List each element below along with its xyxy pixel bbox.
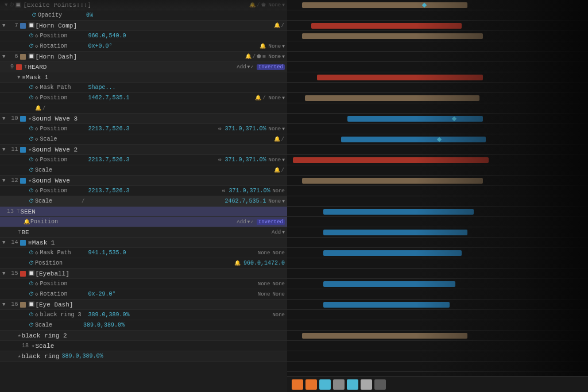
be-row[interactable]: T BE Add ▼ [0, 227, 287, 238]
stopwatch-icon[interactable]: ⏱ [29, 157, 34, 163]
layer-row-9[interactable]: 9 T HEARD Add ▼ ✓ Inverted [0, 62, 287, 72]
stopwatch-icon[interactable]: ⏱ [29, 95, 34, 101]
dropdown-arrow[interactable]: ▼ [282, 157, 285, 162]
dropdown-arrow[interactable]: ▼ [282, 44, 285, 49]
keyframe-icon: ◇ [35, 95, 38, 101]
expand-arrow[interactable]: ▼ [2, 116, 5, 122]
toolbar-icon-7[interactable] [374, 379, 386, 390]
property-row-pos-14: ⏱ Position 🔔 960.0,1472.0 [0, 258, 287, 269]
expand-arrow[interactable]: ▼ [5, 2, 7, 8]
layer-row-14[interactable]: ▼ 14 ▣ Mask 1 [0, 238, 287, 248]
none-badge: None [269, 157, 281, 163]
dropdown-arrow[interactable]: ▼ [247, 219, 250, 224]
dropdown-arrow[interactable]: ▼ [282, 2, 285, 7]
keyframe-icon: ◇ [35, 291, 38, 297]
toolbar-icon-5[interactable] [347, 379, 358, 390]
layer-row-11[interactable]: ▼ 11 ★ Sound Wave 2 [0, 145, 287, 155]
expand-arrow[interactable]: ▼ [2, 240, 5, 246]
track-bar [323, 302, 450, 308]
none-badge: None [258, 292, 270, 297]
keyframe-icon: ◇ [35, 157, 38, 163]
expand-arrow[interactable]: ▼ [2, 178, 5, 184]
stopwatch-icon[interactable]: ⏱ [29, 167, 34, 173]
layer-row[interactable]: ▼ ⏱ 🔲 [Excite Points!!!] 🔔 / ⬟ None ▼ [0, 0, 287, 10]
stopwatch-icon[interactable]: ⏱ [29, 322, 34, 328]
expand-arrow[interactable]: ▼ [2, 147, 5, 153]
stopwatch-icon[interactable]: ⏱ [29, 43, 34, 49]
layer-num: 11 [6, 146, 18, 153]
add-button[interactable]: Add [237, 219, 246, 225]
add-button[interactable]: Add [272, 230, 281, 235]
property-row-maskpath-14: ⏱ ◇ Mask Path 941.1,535.0 None None [0, 248, 287, 258]
dropdown-arrow[interactable]: ▼ [282, 199, 285, 204]
track-bar [302, 178, 482, 184]
layer-row-16[interactable]: ▼ 16 🔲 [Eye Dash] [0, 300, 287, 310]
none-badge: None [272, 188, 285, 194]
toolbar-icon-3[interactable] [319, 379, 331, 390]
dropdown-arrow[interactable]: ▼ [282, 126, 285, 131]
bell-icon: 🔔 [24, 219, 30, 225]
color-swatch [20, 147, 26, 153]
property-row-scale-11: ⏱ Scale 🔔 / [0, 165, 287, 176]
stopwatch-icon[interactable]: ⏱ [29, 291, 34, 297]
layer-row-13[interactable]: 13 T SEEN [0, 207, 287, 217]
expand-arrow[interactable]: ▼ [17, 75, 20, 80]
prop-name: Position [30, 219, 76, 225]
toolbar-icon-2[interactable] [305, 379, 317, 390]
expand-arrow[interactable]: ▼ [2, 54, 5, 60]
layer-row-7[interactable]: ▼ 7 🔲 [Horn Comp] 🔔 / [0, 21, 287, 31]
slash-icon: / [257, 2, 260, 8]
track-bar [293, 157, 489, 163]
layer-name: HEARD [28, 64, 47, 71]
prop-value: 0x+0.0° [88, 43, 112, 49]
mask-1-row[interactable]: ▼ ▣ Mask 1 [0, 72, 287, 83]
stopwatch-icon[interactable]: ⏱ [29, 198, 34, 204]
property-row-opacity: ⏱ Opacity 0% [0, 10, 287, 21]
slash-icon: / [82, 199, 84, 204]
stopwatch-icon[interactable]: ⏱ [29, 260, 34, 266]
timeline-track [287, 103, 588, 114]
timeline-track [287, 196, 588, 207]
bell-icon: 🔔 [274, 136, 280, 142]
app-container: ▼ ⏱ 🔲 [Excite Points!!!] 🔔 / ⬟ None ▼ ⏱ … [0, 0, 588, 392]
toolbar-icon-6[interactable] [361, 379, 372, 390]
timeline-track [287, 93, 588, 103]
add-button[interactable]: Add [237, 64, 246, 70]
color-swatch [20, 116, 26, 122]
stopwatch-icon[interactable]: ⏱ [29, 136, 34, 142]
stopwatch-icon[interactable]: ⏱ [29, 126, 34, 132]
dropdown-arrow[interactable]: ▼ [247, 64, 250, 69]
timeline-track [287, 258, 588, 269]
keyframe-icon: ◇ [35, 312, 38, 318]
timeline-track [287, 114, 588, 124]
bell-icon: 🔔 [274, 22, 280, 29]
stopwatch-icon[interactable]: ⏱ [29, 33, 34, 39]
dropdown-arrow[interactable]: ▼ [282, 54, 285, 59]
expand-arrow[interactable]: ▼ [2, 271, 5, 277]
color-swatch [20, 302, 26, 308]
track-bar [305, 95, 479, 101]
stopwatch-icon[interactable]: ⏱ [29, 84, 34, 91]
stopwatch-icon[interactable]: ⏱ [29, 250, 34, 256]
layer-row-6[interactable]: ▼ 6 🔲 [Horn Dash] 🔔 / ⬟ ⊞ None ▼ [0, 52, 287, 62]
layer-row-10[interactable]: ▼ 10 ★ Sound Wave 3 [0, 114, 287, 124]
expand-arrow[interactable]: ▼ [2, 302, 5, 308]
layer-name: SEEN [20, 208, 35, 215]
toolbar-icon-4[interactable] [333, 379, 345, 390]
stopwatch-icon[interactable]: ⏱ [32, 12, 37, 18]
prop-name: Position [40, 126, 86, 132]
layer-row-12[interactable]: ▼ 12 ★ Sound Wave [0, 176, 287, 186]
timeline-track [287, 331, 588, 341]
expand-arrow[interactable]: ▼ [2, 23, 5, 29]
layer-type-icon: 🔲 [28, 270, 34, 277]
timeline-track [287, 155, 588, 165]
dropdown-arrow[interactable]: ▼ [282, 95, 285, 100]
layer-num: 9 [2, 64, 14, 70]
stopwatch-icon[interactable]: ⏱ [29, 312, 34, 318]
toolbar-icon-1[interactable] [292, 379, 303, 390]
stopwatch-icon[interactable]: ⏱ [29, 281, 34, 287]
stopwatch-icon[interactable]: ⏱ [29, 188, 34, 194]
none-badge-2: None [272, 250, 285, 256]
layer-row-15[interactable]: ▼ 15 🔲 [Eyeball] [0, 269, 287, 279]
dropdown-arrow[interactable]: ▼ [282, 230, 285, 235]
